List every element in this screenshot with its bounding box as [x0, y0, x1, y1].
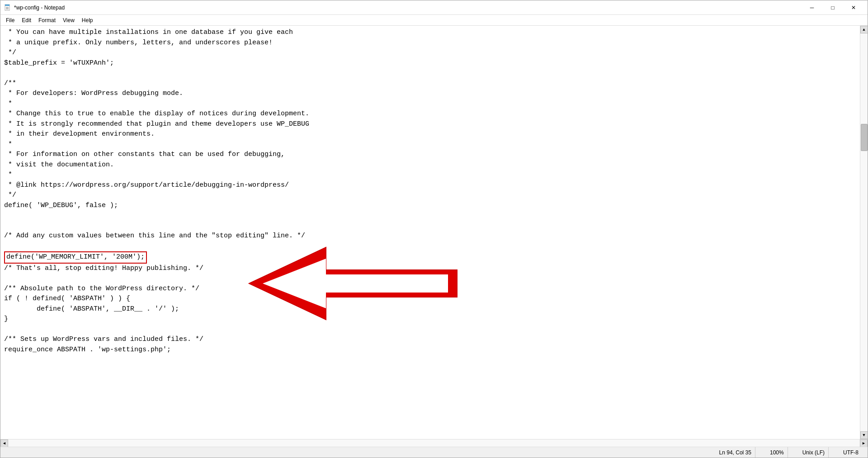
- line-32: require_once ABSPATH . 'wp-settings.php'…: [4, 346, 171, 354]
- line-28: define( 'ABSPATH', __DIR__ . '/' );: [4, 305, 179, 313]
- scroll-left-button[interactable]: ◀: [0, 439, 8, 447]
- highlighted-code-line: define('WP_MEMORY_LIMIT', '200M');: [4, 253, 147, 261]
- menu-file[interactable]: File: [2, 16, 18, 24]
- line-4: $table_prefix = 'wTUXPAnh';: [4, 59, 114, 67]
- scroll-track[interactable]: [860, 33, 868, 431]
- scroll-down-button[interactable]: ▼: [860, 431, 868, 439]
- line-14: * visit the documentation.: [4, 161, 114, 169]
- menu-view[interactable]: View: [59, 16, 78, 24]
- line-7: * For developers: WordPress debugging mo…: [4, 90, 183, 97]
- line-ending: Unix (LF): [799, 447, 829, 458]
- menu-edit[interactable]: Edit: [18, 16, 35, 24]
- line-31: /** Sets up WordPress vars and included …: [4, 335, 203, 343]
- line-1: * You can have multiple installations in…: [4, 28, 293, 36]
- line-27: if ( ! defined( 'ABSPATH' ) ) {: [4, 295, 130, 302]
- line-26: /** Absolute path to the WordPress direc…: [4, 285, 199, 293]
- minimize-button[interactable]: ─: [802, 0, 822, 15]
- line-13: * For information on other constants tha…: [4, 151, 285, 158]
- scrollbar-right[interactable]: ▲ ▼: [860, 26, 868, 439]
- scroll-right-button[interactable]: ▶: [860, 439, 868, 447]
- line-18: define( 'WP_DEBUG', false );: [4, 202, 118, 209]
- line-29: }: [4, 315, 8, 323]
- line-24: /* That's all, stop editing! Happy publi…: [4, 264, 203, 272]
- menu-bar: File Edit Format View Help: [0, 15, 868, 26]
- line-8: *: [4, 100, 12, 108]
- highlighted-box: define('WP_MEMORY_LIMIT', '200M');: [4, 251, 147, 264]
- zoom-level: 100%: [766, 447, 788, 458]
- line-16: * @link https://wordpress.org/support/ar…: [4, 181, 289, 189]
- line-6: /**: [4, 80, 16, 87]
- status-bar: Ln 94, Col 35 100% Unix (LF) UTF-8: [0, 447, 868, 458]
- close-button[interactable]: ✕: [843, 0, 864, 15]
- cursor-position: Ln 94, Col 35: [716, 447, 755, 458]
- notepad-window: *wp-config - Notepad ─ □ ✕ File Edit For…: [0, 0, 868, 458]
- editor-content[interactable]: * You can have multiple installations in…: [0, 26, 860, 439]
- line-3: */: [4, 49, 16, 57]
- title-bar: *wp-config - Notepad ─ □ ✕: [0, 0, 868, 15]
- menu-format[interactable]: Format: [35, 16, 59, 24]
- line-2: * a unique prefix. Only numbers, letters…: [4, 39, 273, 47]
- menu-help[interactable]: Help: [78, 16, 97, 24]
- line-9: * Change this to true to enable the disp…: [4, 110, 309, 118]
- editor-area[interactable]: * You can have multiple installations in…: [0, 26, 868, 439]
- line-11: * in their development environments.: [4, 130, 155, 138]
- window-title: *wp-config - Notepad: [14, 5, 65, 11]
- line-10: * It is strongly recommended that plugin…: [4, 120, 309, 128]
- scroll-up-button[interactable]: ▲: [860, 26, 868, 33]
- line-15: *: [4, 171, 12, 179]
- line-17: */: [4, 191, 16, 199]
- maximize-button[interactable]: □: [822, 0, 843, 15]
- line-21: /* Add any custom values between this li…: [4, 232, 305, 240]
- line-12: *: [4, 141, 12, 148]
- window-controls: ─ □ ✕: [802, 0, 864, 15]
- h-scroll-track[interactable]: [8, 439, 860, 447]
- app-icon: [4, 4, 11, 11]
- scroll-thumb[interactable]: [861, 124, 868, 151]
- title-bar-left: *wp-config - Notepad: [4, 4, 65, 11]
- horizontal-scrollbar[interactable]: ◀ ▶: [0, 439, 868, 447]
- svg-rect-1: [5, 5, 9, 6]
- encoding: UTF-8: [840, 447, 862, 458]
